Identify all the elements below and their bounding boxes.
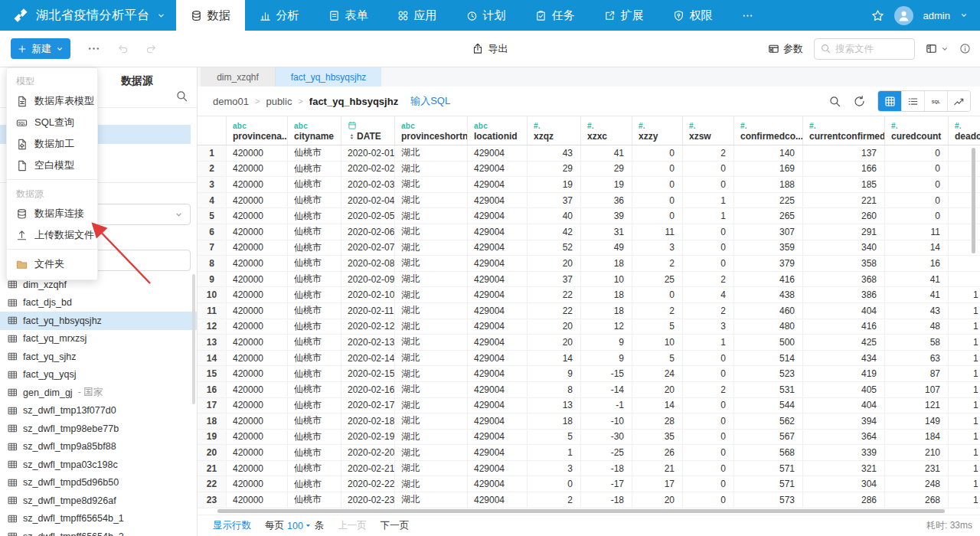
sidebar-table-sz_dwfl_tmpe8d926af[interactable]: sz_dwfl_tmpe8d926af (0, 492, 197, 510)
nav-tab-more[interactable] (727, 0, 768, 31)
grid-vertical-scrollbar[interactable] (972, 148, 975, 253)
column-header-xzsw[interactable]: #.xzsw (683, 116, 734, 145)
cell: 571 (734, 461, 803, 476)
menu-item-文件夹[interactable]: 文件夹 (7, 253, 97, 275)
username[interactable]: admin (923, 10, 950, 21)
breadcrumb-part[interactable]: public (266, 96, 292, 107)
view-sql-button[interactable]: SQL (924, 91, 947, 111)
nav-tab-计划[interactable]: 计划 (452, 0, 521, 31)
info-button[interactable] (959, 43, 971, 54)
new-button[interactable]: 新建 (11, 38, 70, 59)
input-sql-link[interactable]: 输入SQL (410, 94, 450, 108)
breadcrumb-part[interactable]: demo01 (213, 96, 249, 107)
cell: -17 (581, 476, 632, 492)
column-header-locationid[interactable]: abclocationid (468, 116, 528, 145)
page-size-select[interactable]: 100 (287, 521, 312, 531)
view-list-button[interactable] (901, 91, 924, 111)
cell: 19 (581, 177, 632, 192)
column-header-cityname[interactable]: abccityname (288, 116, 341, 145)
next-page-button[interactable]: 下一页 (381, 519, 410, 532)
search-input[interactable] (835, 44, 904, 54)
refresh-button[interactable] (853, 95, 866, 108)
sidebar-table-fact_djs_bd[interactable]: fact_djs_bd (0, 294, 197, 312)
prev-page-button[interactable]: 上一页 (338, 519, 367, 532)
nav-tab-表单[interactable]: 表单 (314, 0, 383, 31)
cell: 429004 (468, 476, 528, 492)
sidebar-table-gen_dim_gj[interactable]: gen_dim_gj - 国家 (0, 384, 197, 402)
show-rowcount-link[interactable]: 显示行数 (213, 519, 251, 532)
cell: 429004 (468, 256, 528, 271)
sidebar-table-sz_dwfl_tmpff65654b_2[interactable]: sz_dwfl_tmpff65654b_2 (0, 528, 197, 536)
column-header-xzxc[interactable]: #.xzxc (581, 116, 632, 145)
nav-tab-label: 任务 (552, 8, 575, 23)
grid-horizontal-scrollbar[interactable] (217, 509, 945, 513)
sidebar-table-fact_yq_hbsyqsjhz[interactable]: fact_yq_hbsyqsjhz (0, 312, 197, 330)
cell: 404 (803, 398, 885, 413)
user-chevron-slot[interactable] (960, 11, 968, 19)
column-header-currentconfirmedc...[interactable]: #.currentconfirmedc... (803, 116, 885, 145)
nav-tab-应用[interactable]: 应用 (383, 0, 452, 31)
column-header-xzqz[interactable]: #.xzqz (528, 116, 581, 145)
doc-tab-dim_xzqhf[interactable]: dim_xzqhf (201, 67, 276, 87)
cell: -14 (581, 382, 632, 397)
sidebar-table-sz_dwfl_tmpa03c198c[interactable]: sz_dwfl_tmpa03c198c (0, 456, 197, 474)
avatar[interactable] (894, 6, 913, 25)
undo-button[interactable] (117, 43, 129, 54)
nav-tab-分析[interactable]: 分析 (245, 0, 314, 31)
menu-item-SQL查询[interactable]: SQLSQL查询 (7, 112, 97, 133)
menu-item-数据库连接[interactable]: 数据库连接 (7, 203, 97, 224)
cell: 420000 (227, 287, 288, 302)
sidebar-table-sz_dwfl_tmpff65654b_1[interactable]: sz_dwfl_tmpff65654b_1 (0, 510, 197, 528)
cell: 仙桃市 (288, 398, 341, 413)
row-index: 6 (198, 224, 227, 240)
column-header-rownum[interactable] (198, 116, 227, 145)
doc-tab-fact_yq_hbsyqsjhz[interactable]: fact_yq_hbsyqsjhz (276, 67, 381, 87)
cell: 188 (734, 177, 803, 192)
redo-button[interactable] (145, 43, 157, 54)
sidebar-table-fact_yq_yqsj[interactable]: fact_yq_yqsj (0, 366, 197, 384)
column-header-xzzy[interactable]: #.xzzy (632, 116, 683, 145)
column-header-curedcount[interactable]: #.curedcount (885, 116, 949, 145)
sidebar-table-sz_dwfl_tmp9a85bf88[interactable]: sz_dwfl_tmp9a85bf88 (0, 438, 197, 456)
column-header-provinceshortn...[interactable]: abcprovinceshortn... (395, 116, 468, 145)
menu-item-数据库表模型[interactable]: 数据库表模型 (7, 90, 97, 112)
sidebar-table-sz_dwfl_tmp98ebe77b[interactable]: sz_dwfl_tmp98ebe77b (0, 420, 197, 438)
sidebar-table-sz_dwfl_tmp13f077d0[interactable]: sz_dwfl_tmp13f077d0 (0, 402, 197, 420)
sidebar-scrollbar[interactable] (192, 274, 195, 404)
sidebar-table-sz_dwfl_tmpd5d96b50[interactable]: sz_dwfl_tmpd5d96b50 (0, 474, 197, 492)
nav-tab-label: 计划 (483, 8, 506, 23)
app-brand[interactable]: 湖北省疫情分析平台 (0, 0, 176, 31)
nav-tab-任务[interactable]: 任务 (521, 0, 590, 31)
cell: 225 (734, 193, 803, 208)
view-grid-button[interactable] (878, 91, 901, 111)
menu-item-上传数据文件[interactable]: 上传数据文件 (7, 224, 97, 246)
params-button[interactable]: 参数 (768, 42, 803, 56)
nav-tab-扩展[interactable]: 扩展 (590, 0, 658, 31)
more-button[interactable] (87, 42, 100, 55)
cell: 1 (683, 208, 734, 224)
cell: 湖北 (395, 287, 468, 302)
grid-search-button[interactable] (828, 95, 841, 108)
grid-view-icon (884, 96, 896, 107)
cell: 2020-02-14 (341, 351, 395, 366)
menu-item-空白模型[interactable]: 空白模型 (7, 155, 97, 176)
cell: 265 (734, 208, 803, 224)
column-header-deadcount[interactable]: #.deadcount (949, 116, 980, 145)
star-slot[interactable] (871, 9, 884, 22)
cell: 49 (581, 240, 632, 256)
nav-tab-数据[interactable]: 数据 (176, 0, 245, 31)
sidebar-table-fact_yq_mrxzsj[interactable]: fact_yq_mrxzsj (0, 330, 197, 348)
column-header-DATE[interactable]: DATE (341, 116, 395, 145)
nav-tab-权限[interactable]: 权限 (658, 0, 727, 31)
expand-icon (604, 10, 616, 21)
export-button[interactable]: 导出 (472, 42, 508, 56)
cell: 1 (949, 461, 980, 476)
sidebar-search-button[interactable] (175, 89, 188, 103)
layout-button[interactable] (926, 43, 949, 54)
view-trend-button[interactable] (947, 91, 970, 111)
column-header-provincena...[interactable]: abcprovincena... (227, 116, 288, 145)
sidebar-table-fact_yq_sjhz[interactable]: fact_yq_sjhz (0, 348, 197, 366)
column-header-confirmedco...[interactable]: #.confirmedco... (734, 116, 803, 145)
breadcrumb-part[interactable]: fact_yq_hbsyqsjhz (309, 96, 398, 107)
menu-item-数据加工[interactable]: 数据加工 (7, 133, 97, 155)
